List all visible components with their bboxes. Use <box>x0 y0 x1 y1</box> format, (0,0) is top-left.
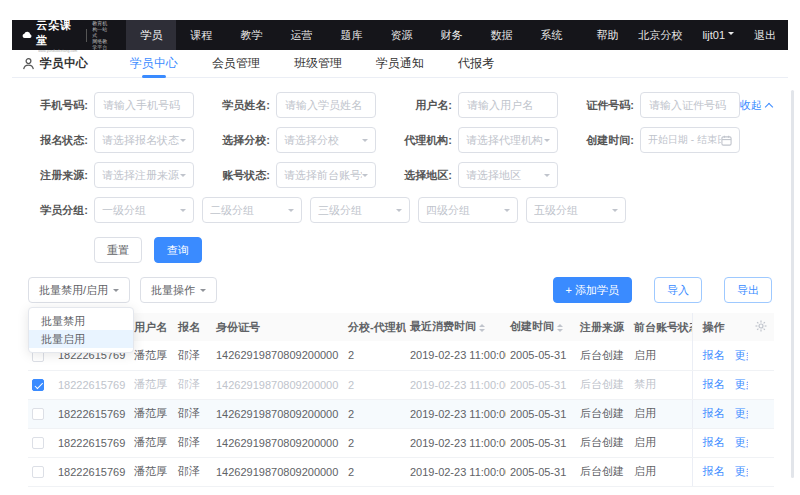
group-select-5[interactable]: 五级分组 <box>526 197 626 223</box>
cell-idcard: 14262919870809200000 <box>212 341 344 370</box>
chevron-down-icon <box>288 209 294 215</box>
filter-register-source: 注册来源: 请选择注册来源 <box>28 162 194 188</box>
header-source: 注册来源 <box>576 313 630 341</box>
group-select-4[interactable]: 四级分组 <box>418 197 518 223</box>
group-select-2[interactable]: 二级分组 <box>202 197 302 223</box>
action-link-更多[interactable]: 更多 <box>735 407 749 419</box>
action-link-更多[interactable]: 更多 <box>735 349 749 361</box>
cell-status: 禁用 <box>630 370 692 399</box>
cell-phone: 18222615769 <box>54 457 130 486</box>
cell-branch: 2 <box>344 428 406 457</box>
chevron-up-icon <box>765 103 773 111</box>
nav-item-财务[interactable]: 财务 <box>426 20 476 50</box>
row-checkbox[interactable] <box>32 466 44 478</box>
cell-status: 启用 <box>630 341 692 370</box>
reset-button[interactable]: 重置 <box>94 237 142 263</box>
gear-icon[interactable] <box>755 320 767 332</box>
action-link-报名[interactable]: 报名 <box>703 378 725 390</box>
batch-toggle-menu: 批量禁用批量启用 <box>28 307 134 353</box>
table-row: 18222615769潘范厚邵泽142629198708092000002201… <box>28 399 774 428</box>
chevron-down-icon <box>728 32 734 38</box>
student-icon <box>22 57 35 70</box>
enroll-status-select[interactable]: 请选择报名状态 <box>94 127 194 153</box>
vertical-scrollbar[interactable] <box>791 90 794 478</box>
menu-item-批量启用[interactable]: 批量启用 <box>29 330 133 348</box>
student-name-input[interactable] <box>276 92 376 118</box>
action-link-报名[interactable]: 报名 <box>703 407 725 419</box>
filter-account-status: 账号状态: 请选择前台账号状态 <box>210 162 376 188</box>
cell-actions: 报名更多 <box>692 370 748 399</box>
tab-会员管理[interactable]: 会员管理 <box>212 50 260 78</box>
account-status-select[interactable]: 请选择前台账号状态 <box>276 162 376 188</box>
group-select-3[interactable]: 三级分组 <box>310 197 410 223</box>
cell-phone: 18222615769 <box>54 428 130 457</box>
row-checkbox-cell <box>28 399 54 428</box>
action-link-更多[interactable]: 更多 <box>735 378 749 390</box>
branch-link[interactable]: 北京分校 <box>638 28 682 43</box>
cell-username: 潘范厚 <box>130 428 174 457</box>
batch-toggle-button[interactable]: 批量禁用/启用 <box>28 277 130 303</box>
row-checkbox[interactable] <box>32 379 44 391</box>
nav-item-运营[interactable]: 运营 <box>276 20 326 50</box>
cell-idcard: 14262919870809200000 <box>212 457 344 486</box>
nav-item-系统[interactable]: 系统 <box>526 20 576 50</box>
date-range-picker[interactable]: 开始日期 - 结束日期 <box>640 127 740 153</box>
cell-source: 后台创建 <box>576 457 630 486</box>
tab-班级管理[interactable]: 班级管理 <box>294 50 342 78</box>
action-link-报名[interactable]: 报名 <box>703 465 725 477</box>
nav-item-数据[interactable]: 数据 <box>476 20 526 50</box>
action-link-更多[interactable]: 更多 <box>735 436 749 448</box>
cell-source: 后台创建 <box>576 428 630 457</box>
filter-row-3: 注册来源: 请选择注册来源 账号状态: 请选择前台账号状态 选择地区: 请选择地… <box>28 162 772 188</box>
nav-item-教学[interactable]: 教学 <box>226 20 276 50</box>
action-link-更多[interactable]: 更多 <box>735 465 749 477</box>
cell-baoming: 邵泽 <box>174 457 212 486</box>
collapse-filters-link[interactable]: 收起 <box>740 98 772 113</box>
chevron-down-icon <box>396 209 402 215</box>
import-button[interactable]: 导入 <box>654 277 702 303</box>
tab-学员中心[interactable]: 学员中心 <box>130 50 178 78</box>
action-link-报名[interactable]: 报名 <box>703 436 725 448</box>
help-link[interactable]: 帮助 <box>596 28 618 43</box>
search-button[interactable]: 查询 <box>154 237 202 263</box>
logout-link[interactable]: 退出 <box>754 28 776 43</box>
cell-idcard: 14262919870809200000 <box>212 428 344 457</box>
nav-item-学员[interactable]: 学员 <box>126 20 176 50</box>
chevron-down-icon <box>113 289 119 295</box>
menu-item-批量禁用[interactable]: 批量禁用 <box>29 312 133 330</box>
tab-学员通知[interactable]: 学员通知 <box>376 50 424 78</box>
filter-username: 用户名: <box>392 92 558 118</box>
username-input[interactable] <box>458 92 558 118</box>
export-button[interactable]: 导出 <box>724 277 772 303</box>
group-select-1[interactable]: 一级分组 <box>94 197 194 223</box>
region-select[interactable]: 请选择地区 <box>458 162 558 188</box>
cell-baoming: 邵泽 <box>174 399 212 428</box>
row-checkbox[interactable] <box>32 437 44 449</box>
calendar-icon <box>721 135 732 146</box>
brand-url: www.yunduoketang.com <box>39 48 78 53</box>
tab-代报考[interactable]: 代报考 <box>458 50 494 78</box>
agency-select[interactable]: 请选择代理机构 <box>458 127 558 153</box>
id-number-input[interactable] <box>640 92 740 118</box>
toolbar-right: + 添加学员 导入 导出 <box>553 277 772 303</box>
table-toolbar: 批量禁用/启用 批量禁用批量启用 批量操作 + 添加学员 导入 导出 <box>12 277 788 303</box>
branch-select[interactable]: 请选择分校 <box>276 127 376 153</box>
batch-ops-button[interactable]: 批量操作 <box>140 277 217 303</box>
sub-navbar: 学员中心 学员中心会员管理班级管理学员通知代报考 <box>12 50 788 78</box>
cell-status: 启用 <box>630 399 692 428</box>
action-link-报名[interactable]: 报名 <box>703 349 725 361</box>
main-menu: 学员课程教学运营题库资源财务数据系统 <box>126 20 576 50</box>
sort-icon[interactable] <box>479 321 485 335</box>
phone-input[interactable] <box>94 92 194 118</box>
nav-item-资源[interactable]: 资源 <box>376 20 426 50</box>
table-row: 18222615769潘范厚邵泽142629198708092000002201… <box>28 370 774 399</box>
row-checkbox[interactable] <box>32 408 44 420</box>
nav-item-题库[interactable]: 题库 <box>326 20 376 50</box>
register-source-select[interactable]: 请选择注册来源 <box>94 162 194 188</box>
sort-icon[interactable] <box>557 321 563 335</box>
brand-logo: 云朵课堂 www.yunduoketang.com 教育机构一站式 网络教学平台 <box>22 18 110 53</box>
user-menu[interactable]: lijt01 <box>702 29 734 41</box>
add-student-button[interactable]: + 添加学员 <box>553 277 632 303</box>
nav-item-课程[interactable]: 课程 <box>176 20 226 50</box>
cell-consume: 2019-02-23 11:00:00 <box>406 341 506 370</box>
